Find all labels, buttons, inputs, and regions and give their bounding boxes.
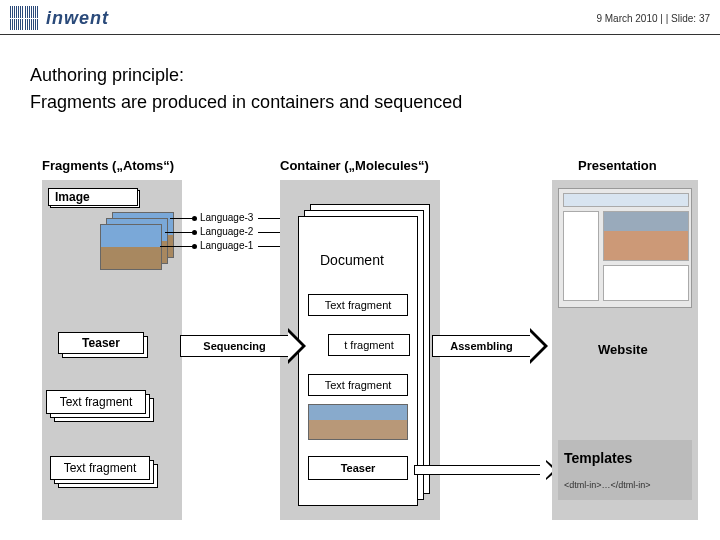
container-teaser: Teaser [308, 456, 408, 480]
title-block: Authoring principle: Fragments are produ… [0, 35, 720, 123]
image-card: Image [48, 188, 138, 206]
text-fragment-1: Text fragment [46, 390, 146, 414]
arrow-head-icon [530, 328, 548, 364]
sequencing-arrow: Sequencing [180, 332, 320, 360]
brand-name: inwent [46, 8, 109, 29]
lang-2: Language-2 [192, 226, 253, 237]
template-code: <dtml-in>…</dtml-in> [564, 480, 651, 490]
container-tf-a: Text fragment [308, 294, 408, 316]
teaser-to-template-arrow [414, 456, 564, 484]
connector-line [170, 218, 192, 219]
lang-3: Language-3 [192, 212, 253, 223]
image-thumb-front [100, 224, 162, 270]
container-image [308, 404, 408, 440]
image-card-label: Image [55, 190, 90, 204]
logo-area: inwent [10, 6, 109, 30]
lang-1: Language-1 [192, 240, 253, 251]
templates-box [558, 440, 692, 500]
title-line-1: Authoring principle: [30, 65, 690, 86]
header-bar: inwent 9 March 2010 | | Slide: 37 [0, 0, 720, 35]
connector-line [165, 232, 192, 233]
dot-icon [192, 230, 197, 235]
assembling-arrow-label: Assembling [432, 335, 530, 357]
sequencing-arrow-label: Sequencing [180, 335, 288, 357]
logo-icon [10, 6, 38, 30]
website-screenshot [558, 188, 692, 308]
diagram: Fragments („Atoms“) Container („Molecule… [0, 150, 720, 540]
document-label: Document [320, 252, 384, 268]
teaser-card: Teaser [58, 332, 144, 354]
title-line-2: Fragments are produced in containers and… [30, 92, 690, 113]
arrow-head-icon [288, 328, 306, 364]
col-head-container: Container („Molecules“) [280, 158, 429, 173]
templates-label: Templates [564, 450, 632, 466]
container-tf-b: t fragment [328, 334, 410, 356]
col-head-fragments: Fragments („Atoms“) [42, 158, 174, 173]
connector-line [160, 246, 192, 247]
container-tf-c: Text fragment [308, 374, 408, 396]
dot-icon [192, 216, 197, 221]
slide-meta: 9 March 2010 | | Slide: 37 [596, 13, 710, 24]
text-fragment-2: Text fragment [50, 456, 150, 480]
website-label: Website [598, 342, 648, 357]
dot-icon [192, 244, 197, 249]
assembling-arrow: Assembling [432, 332, 562, 360]
col-head-presentation: Presentation [578, 158, 657, 173]
